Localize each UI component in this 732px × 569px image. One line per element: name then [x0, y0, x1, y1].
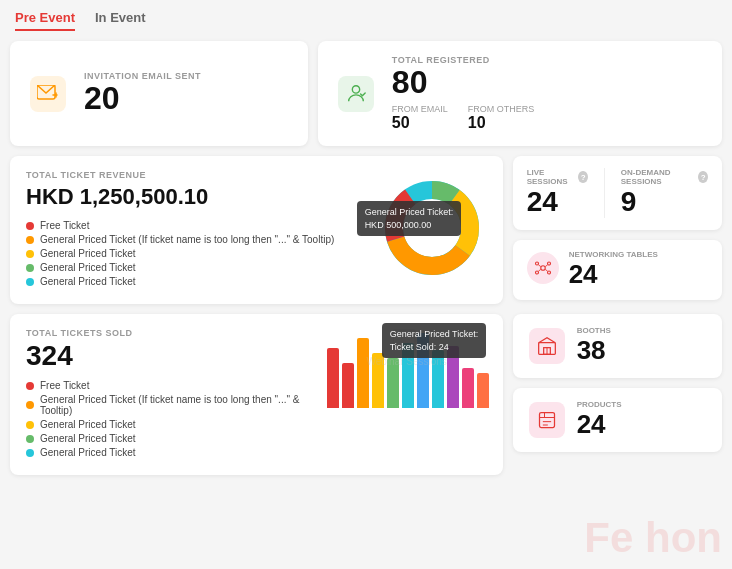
tickets-value: 324 [26, 340, 317, 372]
registered-stat-content: TOTAL REGISTERED 80 FROM EMAIL 50 FROM O… [392, 55, 535, 132]
svg-line-17 [538, 270, 540, 272]
legend-dot-4 [26, 278, 34, 286]
invitation-value: 20 [84, 81, 201, 116]
revenue-value: HKD 1,250,500.10 [26, 184, 367, 210]
products-card: PRODUCTS 24 [513, 388, 722, 452]
tab-in-event[interactable]: In Event [95, 10, 146, 31]
t-legend-item-2: General Priced Ticket [26, 419, 317, 430]
bar-tooltip-label: General Priced Ticket: [390, 328, 479, 341]
registered-value: 80 [392, 65, 535, 100]
live-sessions-label: LIVE SESSIONS ? [527, 168, 588, 186]
email-icon [30, 76, 66, 112]
booths-content: BOOTHS 38 [577, 326, 611, 366]
tab-bar: Pre Event In Event [10, 10, 722, 31]
from-email-label: FROM EMAIL [392, 104, 448, 114]
svg-line-15 [538, 265, 540, 267]
networking-value: 24 [569, 259, 658, 290]
ondemand-label: ON-DEMAND SESSIONS ? [621, 168, 708, 186]
bar-item-10 [477, 373, 489, 408]
revenue-legend: Free Ticket General Priced Ticket (If ti… [26, 220, 367, 287]
person-icon-box [334, 72, 378, 116]
from-others-value: 10 [468, 114, 535, 132]
t-legend-label-2: General Priced Ticket [40, 419, 136, 430]
products-icon-box [527, 400, 567, 440]
bar-chart-area: Webinar Sessions General Priced Ticket: … [327, 328, 487, 408]
bar-tooltip: General Priced Ticket: Ticket Sold: 24 [382, 323, 487, 358]
live-sessions-help-icon[interactable]: ? [578, 171, 588, 183]
booths-card: BOOTHS 38 [513, 314, 722, 378]
booths-icon-box [527, 326, 567, 366]
tickets-label: TOTAL TICKETS SOLD [26, 328, 317, 338]
t-legend-label-1: General Priced Ticket (If ticket name is… [40, 394, 317, 416]
svg-point-12 [547, 262, 550, 265]
revenue-content: TOTAL TICKET REVENUE HKD 1,250,500.10 Fr… [26, 170, 367, 290]
booths-icon [529, 328, 565, 364]
tickets-sold-card: TOTAL TICKETS SOLD 324 Free Ticket Gener… [10, 314, 503, 475]
legend-label-3: General Priced Ticket [40, 262, 136, 273]
registered-sub-row: FROM EMAIL 50 FROM OTHERS 10 [392, 104, 535, 132]
donut-tooltip: General Priced Ticket: HKD 500,000.00 [357, 201, 462, 236]
booths-value: 38 [577, 335, 611, 366]
legend-item-4: General Priced Ticket [26, 276, 367, 287]
bottom-right-section: BOOTHS 38 [513, 314, 722, 452]
from-others-item: FROM OTHERS 10 [468, 104, 535, 132]
svg-point-11 [535, 262, 538, 265]
live-sessions-value: 24 [527, 186, 588, 218]
ondemand-value: 9 [621, 186, 708, 218]
bar-item-9 [462, 368, 474, 408]
svg-line-16 [545, 265, 547, 267]
legend-dot-1 [26, 236, 34, 244]
t-legend-dot-1 [26, 401, 34, 409]
revenue-card: TOTAL TICKET REVENUE HKD 1,250,500.10 Fr… [10, 156, 503, 304]
bar-tooltip-value: Ticket Sold: 24 [390, 341, 479, 354]
t-legend-item-1: General Priced Ticket (If ticket name is… [26, 394, 317, 416]
svg-point-10 [540, 266, 545, 271]
t-legend-dot-0 [26, 382, 34, 390]
tickets-legend: Free Ticket General Priced Ticket (If ti… [26, 380, 317, 458]
invitation-stat-content: INVITATION EMAIL SENT 20 [84, 71, 201, 116]
legend-label-4: General Priced Ticket [40, 276, 136, 287]
email-icon-box [26, 72, 70, 116]
svg-line-18 [545, 270, 547, 272]
t-legend-label-4: General Priced Ticket [40, 447, 136, 458]
products-label: PRODUCTS [577, 400, 622, 409]
from-others-label: FROM OTHERS [468, 104, 535, 114]
t-legend-dot-2 [26, 421, 34, 429]
tickets-content: TOTAL TICKETS SOLD 324 Free Ticket Gener… [26, 328, 317, 461]
products-content: PRODUCTS 24 [577, 400, 622, 440]
svg-point-13 [535, 271, 538, 274]
revenue-label: TOTAL TICKET REVENUE [26, 170, 367, 180]
tab-pre-event[interactable]: Pre Event [15, 10, 75, 31]
donut-chart-container: General Priced Ticket: HKD 500,000.00 [377, 173, 487, 287]
from-email-value: 50 [392, 114, 448, 132]
legend-item-2: General Priced Ticket [26, 248, 367, 259]
legend-item-3: General Priced Ticket [26, 262, 367, 273]
networking-label: NETWORKING TABLES [569, 250, 658, 259]
t-legend-dot-3 [26, 435, 34, 443]
sessions-divider [604, 168, 605, 218]
right-section: LIVE SESSIONS ? 24 ON-DEMAND SESSIONS ? … [513, 156, 722, 300]
t-legend-item-3: General Priced Ticket [26, 433, 317, 444]
ondemand-sessions-block: ON-DEMAND SESSIONS ? 9 [621, 168, 708, 218]
legend-item-0: Free Ticket [26, 220, 367, 231]
t-legend-item-4: General Priced Ticket [26, 447, 317, 458]
total-registered-card: TOTAL REGISTERED 80 FROM EMAIL 50 FROM O… [318, 41, 722, 146]
networking-card: NETWORKING TABLES 24 [513, 240, 722, 300]
bar-item-1 [342, 363, 354, 408]
invitation-email-card: INVITATION EMAIL SENT 20 [10, 41, 308, 146]
person-icon [338, 76, 374, 112]
legend-item-1: General Priced Ticket (If ticket name is… [26, 234, 367, 245]
live-sessions-block: LIVE SESSIONS ? 24 [527, 168, 588, 218]
svg-point-14 [547, 271, 550, 274]
t-legend-dot-4 [26, 449, 34, 457]
ondemand-help-icon[interactable]: ? [698, 171, 708, 183]
legend-dot-2 [26, 250, 34, 258]
legend-label-2: General Priced Ticket [40, 248, 136, 259]
fe-hon-watermark: Fe hon [584, 517, 722, 559]
products-value: 24 [577, 409, 622, 440]
legend-dot-0 [26, 222, 34, 230]
products-icon [529, 402, 565, 438]
t-legend-label-0: Free Ticket [40, 380, 89, 391]
legend-dot-3 [26, 264, 34, 272]
from-email-item: FROM EMAIL 50 [392, 104, 448, 132]
